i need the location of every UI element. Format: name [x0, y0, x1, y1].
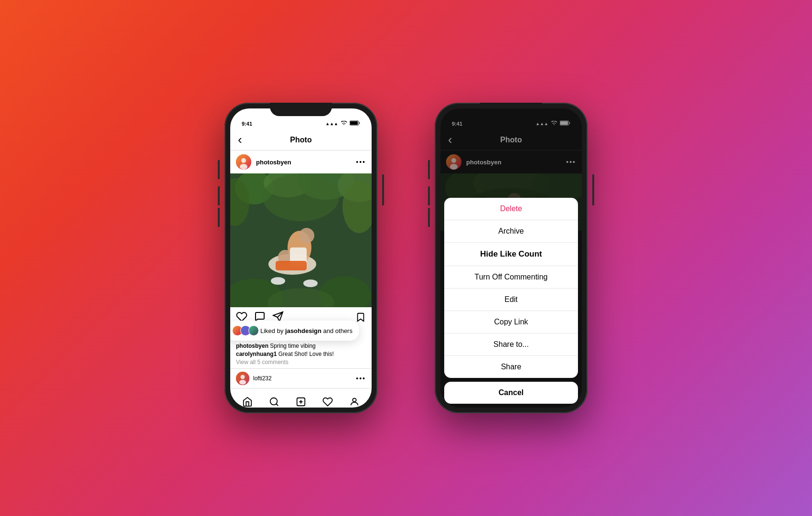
username-left[interactable]: photosbyen: [256, 159, 351, 166]
post-photo-left: [230, 173, 372, 307]
commenter-avatar: [236, 372, 249, 385]
signal-icon-left: ▲▲▲: [325, 121, 338, 126]
phone-left-screen: 9:41 ▲▲▲ ‹ Photo: [230, 108, 372, 408]
avatar-left[interactable]: [236, 154, 251, 170]
svg-point-28: [239, 380, 246, 385]
svg-point-22: [271, 277, 285, 285]
svg-point-4: [240, 164, 247, 170]
phone-right-screen: 9:41 ▲▲▲ ‹ Photo: [440, 108, 582, 408]
phone-left: 9:41 ▲▲▲ ‹ Photo: [224, 103, 377, 413]
svg-point-27: [241, 375, 245, 379]
svg-rect-1: [350, 121, 358, 125]
action-sheet-menu: Delete Archive Hide Like Count Turn Off …: [444, 198, 578, 378]
comment-input-row: lofti232 •••: [230, 368, 372, 388]
bubble-username: jasohdesign: [285, 327, 321, 334]
liked-row-left: Liked by jasohdesign and others: [230, 329, 372, 331]
action-sheet-share[interactable]: Share: [444, 356, 578, 378]
action-sheet-overlay: Delete Archive Hide Like Count Turn Off …: [440, 108, 582, 408]
battery-icon-left: [350, 120, 360, 127]
bottom-nav-left: [230, 388, 372, 408]
svg-line-30: [276, 404, 278, 406]
action-sheet-copy-link[interactable]: Copy Link: [444, 311, 578, 333]
caption-left: photosbyen Spring time vibing: [230, 342, 372, 350]
svg-point-23: [303, 280, 318, 287]
svg-point-3: [241, 158, 246, 163]
comment-left-1: carolynhuang1 Great Shot! Love this!: [230, 350, 372, 358]
action-sheet-hide-like-count[interactable]: Hide Like Count: [444, 243, 578, 266]
bookmark-icon-left[interactable]: [355, 312, 366, 325]
action-sheet-cancel[interactable]: Cancel: [444, 382, 578, 404]
svg-point-34: [353, 398, 356, 401]
status-time-left: 9:41: [242, 121, 252, 127]
commenter-name-1: carolynhuang1: [236, 351, 277, 357]
search-nav-icon[interactable]: [265, 392, 284, 408]
nav-bar-left: ‹ Photo: [230, 129, 372, 150]
photo-overlay-left: [230, 173, 372, 307]
home-nav-icon[interactable]: [238, 392, 257, 408]
svg-point-12: [263, 173, 339, 221]
svg-rect-18: [276, 261, 307, 270]
action-sheet-share-to[interactable]: Share to...: [444, 333, 578, 356]
view-comments-left[interactable]: View all 5 comments: [230, 358, 372, 366]
page-title-left: Photo: [290, 136, 311, 144]
action-sheet-delete[interactable]: Delete: [444, 198, 578, 220]
liked-bubble: Liked by jasohdesign and others: [230, 321, 359, 341]
more-button-left[interactable]: •••: [356, 158, 366, 166]
status-icons-left: ▲▲▲: [325, 120, 360, 127]
add-nav-icon[interactable]: [291, 392, 310, 408]
commenter-name: lofti232: [253, 375, 352, 382]
comment-more-btn[interactable]: •••: [356, 375, 366, 382]
notch-left: [270, 103, 332, 116]
svg-point-29: [270, 398, 278, 405]
action-sheet-archive[interactable]: Archive: [444, 220, 578, 243]
caption-text: Spring time vibing: [270, 343, 315, 349]
svg-point-15: [299, 228, 314, 243]
comment-text-1: Great Shot! Love this!: [278, 351, 334, 357]
heart-nav-icon[interactable]: [318, 392, 337, 408]
bubble-avatars: [232, 325, 256, 336]
bubble-text: Liked by jasohdesign and others: [260, 327, 353, 334]
wifi-icon-left: [341, 121, 347, 127]
bubble-avatar-3: [248, 325, 259, 336]
caption-username: photosbyen: [236, 343, 268, 349]
action-sheet-edit[interactable]: Edit: [444, 289, 578, 311]
profile-nav-icon[interactable]: [345, 392, 364, 408]
phone-right: 9:41 ▲▲▲ ‹ Photo: [435, 103, 588, 413]
user-row-left: photosbyen •••: [230, 150, 372, 173]
action-sheet: Delete Archive Hide Like Count Turn Off …: [440, 198, 582, 408]
back-button-left[interactable]: ‹: [238, 132, 242, 147]
action-sheet-turn-off-commenting[interactable]: Turn Off Commenting: [444, 266, 578, 289]
